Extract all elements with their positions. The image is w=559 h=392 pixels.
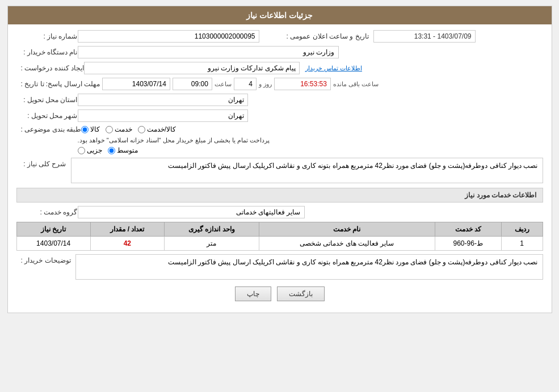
col-name: نام خدمت — [259, 222, 435, 237]
tawzih-row: نصب دیوار کنافی دوطرفه(پشت و جلو) فضای م… — [16, 254, 543, 280]
name-dastgah-value: وزارت نیرو — [78, 46, 339, 58]
shomara-niaz-label: شماره نیاز : — [21, 32, 78, 40]
cell-unit: متر — [164, 237, 259, 251]
table-row: 1 ط-96-960 سایر فعالیت های خدماتی شخصی م… — [16, 237, 543, 251]
farayand-option-2[interactable]: متوسط — [108, 146, 138, 154]
tabaqe-option-1[interactable]: کالا — [81, 125, 100, 133]
print-button[interactable]: چاپ — [235, 286, 271, 301]
shahr-value: تهران — [78, 109, 248, 122]
grouh-value: سایر فعالیتهای خدماتی — [78, 206, 305, 218]
tabaqe-radio-group: کالا/خدمت خدمت کالا — [81, 125, 176, 133]
ejad-konande-label: ایجاد کننده درخواست : — [21, 64, 84, 72]
tawzih-value: نصب دیوار کنافی دوطرفه(پشت و جلو) فضای م… — [75, 254, 543, 280]
col-radif: ردیف — [501, 222, 543, 237]
farayand-radio-2[interactable] — [108, 147, 115, 154]
tabaqe-option-2[interactable]: خدمت — [106, 125, 132, 133]
tabaqe-radio-1[interactable] — [81, 126, 89, 133]
name-dastgah-label: نام دستگاه خریدار : — [21, 48, 78, 56]
services-table: ردیف کد خدمت نام خدمت واحد اندازه گیری ت… — [16, 222, 543, 251]
col-code: کد خدمت — [435, 222, 501, 237]
farayand-note: پرداخت تمام یا بخشی از مبلغ خریدار محل "… — [78, 137, 270, 144]
mohlat-label: مهلت ارسال پاسخ: تا تاریخ : — [21, 80, 100, 88]
tawzih-content: نصب دیوار کنافی دوطرفه(پشت و جلو) فضای م… — [75, 254, 543, 280]
name-dastgah-row: وزارت نیرو نام دستگاه خریدار : — [16, 46, 543, 58]
tabaqe-option-3[interactable]: کالا/خدمت — [138, 125, 176, 133]
saat-label: ساعت — [215, 81, 232, 88]
sharh-value: نصب دیوار کنافی دوطرفه(پشت و جلو) فضای م… — [71, 158, 543, 183]
tabaqe-radio-3[interactable] — [138, 126, 145, 133]
grouh-label: گروه خدمت : — [21, 208, 78, 216]
ejad-konande-value: پیام شکری تدارکات وزارت نیرو — [84, 62, 300, 74]
col-qty: تعداد / مقدار — [90, 222, 164, 237]
tarikho-saat-label: تاریخ و ساعت اعلان عمومی : — [287, 32, 369, 40]
ostan-label: استان محل تحویل : — [21, 96, 78, 104]
page-header: جزئیات اطلاعات نیاز — [8, 6, 552, 24]
tabaqe-radio-2[interactable] — [106, 126, 113, 133]
ostan-row: تهران استان محل تحویل : — [16, 94, 543, 106]
tabaqe-label: طبقه بندی موضوعی : — [21, 125, 81, 133]
cell-code: ط-96-960 — [435, 237, 501, 251]
sharh-content: نصب دیوار کنافی دوطرفه(پشت و جلو) فضای م… — [71, 158, 543, 183]
sharh-label: شرح کلی نیاز : — [21, 160, 66, 168]
mohlat-row: ساعت باقی مانده 16:53:53 روز و 4 ساعت 09… — [16, 78, 543, 90]
shahr-label: شهر محل تحویل : — [21, 112, 78, 120]
tarikho-saat-value: 1403/07/09 - 13:31 — [373, 30, 476, 43]
farayand-note-text: پرداخت تمام یا بخشی از مبلغ خریدار محل "… — [78, 137, 270, 144]
button-row: بازگشت چاپ — [16, 286, 543, 301]
sharh-row: نصب دیوار کنافی دوطرفه(پشت و جلو) فضای م… — [16, 158, 543, 183]
page-title: جزئیات اطلاعات نیاز — [246, 11, 313, 20]
cell-name: سایر فعالیت های خدماتی شخصی — [259, 237, 435, 251]
page-container: جزئیات اطلاعات نیاز 1403/07/09 - 13:31 ت… — [7, 6, 552, 313]
remaining-label: ساعت باقی مانده — [333, 81, 379, 88]
shomara-row: 1403/07/09 - 13:31 تاریخ و ساعت اعلان عم… — [16, 30, 543, 43]
grouh-row: سایر فعالیتهای خدماتی گروه خدمت : — [16, 206, 543, 218]
days-value: 4 — [234, 78, 257, 90]
tabaqe-row: کالا/خدمت خدمت کالا طبقه بندی موضوعی : — [16, 125, 543, 133]
farayand-row: پرداخت تمام یا بخشی از مبلغ خریدار محل "… — [16, 137, 543, 154]
services-title: اطلاعات خدمات مورد نیاز — [16, 188, 543, 203]
rooz-label: روز و — [259, 81, 272, 88]
shomara-niaz-value: 1103000002000095 — [78, 30, 259, 43]
date-value: 1403/07/14 — [102, 78, 170, 90]
ostan-value: تهران — [78, 94, 248, 106]
cell-qty: 42 — [90, 237, 164, 251]
col-unit: واحد اندازه گیری — [164, 222, 259, 237]
remaining-value: 16:53:53 — [274, 78, 331, 90]
cell-radif: 1 — [501, 237, 543, 251]
shahr-row: تهران شهر محل تحویل : — [16, 109, 543, 122]
farayand-radio-1[interactable] — [78, 147, 85, 154]
farayand-option-1[interactable]: جزیی — [78, 146, 102, 154]
tawzih-label: توضیحات خریدار : — [21, 256, 71, 264]
content-area: 1403/07/09 - 13:31 تاریخ و ساعت اعلان عم… — [8, 24, 552, 313]
farayand-radio-group: متوسط جزیی — [78, 146, 138, 154]
ejad-row: اطلاعات تماس خریدار پیام شکری تدارکات وز… — [16, 62, 543, 74]
col-date: تاریخ نیاز — [16, 222, 90, 237]
contact-link[interactable]: اطلاعات تماس خریدار — [305, 65, 362, 72]
back-button[interactable]: بازگشت — [277, 286, 325, 301]
time-value: 09:00 — [173, 78, 212, 90]
cell-date: 1403/07/14 — [16, 237, 90, 251]
